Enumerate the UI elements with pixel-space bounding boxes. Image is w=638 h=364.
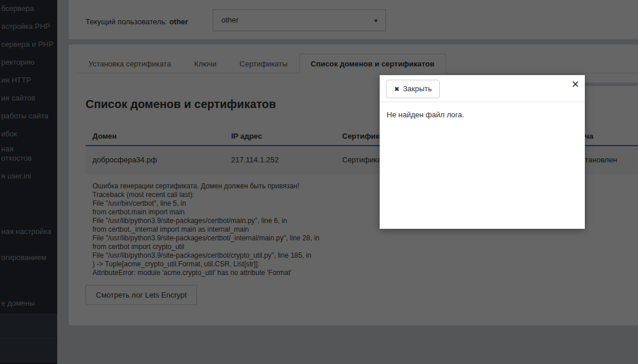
- log-dialog-body: Не найден файл лога.: [380, 102, 585, 127]
- log-dialog-message: Не найден файл лога.: [387, 110, 464, 119]
- close-button[interactable]: ✖Закрыть: [386, 80, 440, 98]
- close-button-label: Закрыть: [403, 84, 432, 93]
- close-x-icon: ✖: [394, 86, 399, 92]
- app-window: бсервераастройка PHPсервера и PHPректори…: [0, 0, 638, 364]
- corner-close-icon[interactable]: ×: [572, 78, 579, 91]
- log-dialog-header: ✖Закрыть ×: [380, 75, 585, 102]
- log-dialog: ✖Закрыть × Не найден файл лога.: [380, 75, 585, 229]
